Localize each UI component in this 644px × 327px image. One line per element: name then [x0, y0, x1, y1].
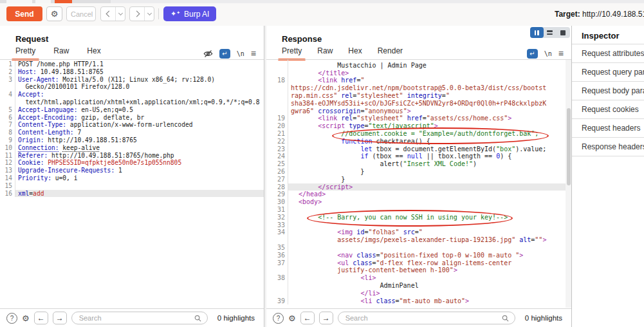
line-content: User-Agent: Mozilla/5.0 (X11; Linux x86_… — [15, 76, 264, 84]
tab-pretty[interactable]: Pretty — [15, 46, 35, 60]
code-line: 37 <ul class="d-flex flex-row align-item… — [266, 259, 571, 267]
search-settings-icon[interactable]: ⚙ — [22, 313, 30, 323]
line-content: <li> — [288, 274, 571, 282]
line-number: 30 — [266, 198, 288, 206]
single-pane-icon — [560, 30, 566, 35]
eye-off-icon[interactable] — [203, 50, 213, 58]
response-tabs: PrettyRawHexRender — [282, 46, 403, 60]
code-line: 23 let tbox = document.getElementById("b… — [266, 145, 571, 153]
scrollbar-thumb[interactable] — [567, 108, 571, 185]
tab-raw[interactable]: Raw — [53, 46, 69, 60]
tab-render[interactable]: Render — [378, 46, 403, 60]
response-title: Response — [282, 34, 322, 44]
search-previous-button[interactable]: ← — [300, 312, 315, 324]
search-next-button[interactable]: → — [53, 312, 67, 324]
code-line: 2Host: 10.49.188.51:8765 — [0, 68, 264, 76]
code-line: 20 <script type="text/javascript"> — [266, 122, 571, 130]
line-number: 21 — [266, 130, 288, 138]
next-request-dropdown[interactable] — [144, 7, 154, 21]
code-line: AdminPanel — [266, 282, 571, 290]
code-line: justify-content-between h-100"> — [266, 266, 571, 274]
code-line: 22 function checktarea() { — [266, 138, 571, 145]
code-line: 8Content-Length: 7 — [0, 129, 264, 136]
line-number: 36 — [266, 252, 288, 259]
help-icon[interactable]: ? — [273, 313, 284, 324]
inspector-section-request-body-parameters[interactable]: Request body parameters — [572, 82, 644, 100]
tab-hex[interactable]: Hex — [87, 46, 100, 60]
newline-visibility-icon[interactable]: \n — [237, 50, 244, 57]
layout-single-button[interactable] — [557, 27, 570, 38]
line-content — [288, 244, 571, 252]
search-settings-icon[interactable]: ⚙ — [288, 313, 296, 323]
line-number: 3 — [0, 76, 15, 84]
code-line: 7Content-Type: application/x-www-form-ur… — [0, 121, 264, 129]
code-line: </title> — [266, 70, 571, 77]
code-line: 35 — [266, 244, 571, 252]
line-number: 33 — [266, 221, 288, 229]
line-number — [266, 100, 288, 107]
send-settings-button[interactable]: ⚙ — [46, 6, 62, 21]
line-number: 27 — [266, 176, 288, 183]
inspector-section-request-attributes[interactable]: Request attributes — [572, 44, 644, 63]
line-number: 23 — [266, 145, 288, 153]
inspector-section-request-query-parameters[interactable]: Request query parameters — [572, 63, 644, 82]
burp-ai-button[interactable]: ✦✦ Burp AI — [163, 6, 216, 21]
line-number: 38 — [266, 274, 288, 282]
line-content: <img id="folhas" src=" — [288, 229, 571, 236]
next-request-button[interactable] — [130, 7, 144, 21]
word-wrap-icon[interactable]: ↵ — [527, 49, 538, 59]
layout-toggle-group — [530, 27, 570, 38]
panel-menu-icon[interactable]: ≡ — [558, 48, 564, 59]
search-input[interactable] — [78, 313, 194, 322]
tab-pretty[interactable]: Pretty — [282, 46, 302, 60]
cancel-button[interactable]: Cancel — [66, 6, 96, 21]
help-icon[interactable]: ? — [6, 313, 17, 324]
code-line: 14Priority: u=0, i — [0, 174, 264, 182]
tab-raw[interactable]: Raw — [317, 46, 333, 60]
code-line: 12Cookie: PHPSESSID=qfpktje8e50n0e7s1p05… — [0, 159, 264, 167]
inspector-section-response-headers[interactable]: Response headers — [572, 138, 644, 156]
line-number: 28 — [266, 183, 288, 191]
columns-icon — [537, 30, 539, 35]
response-scrollbar[interactable] — [566, 60, 571, 308]
search-previous-button[interactable]: ← — [34, 312, 48, 324]
code-line: 5Accept-Language: en-US,en;q=0.5 — [0, 106, 264, 114]
code-line: 31 — [266, 206, 571, 214]
line-number: 14 — [0, 174, 15, 182]
columns-icon — [535, 30, 537, 35]
inspector-section-request-headers[interactable]: Request headers — [572, 119, 644, 138]
previous-request-button[interactable] — [101, 7, 115, 21]
highlight-count: 0 highlights — [525, 314, 562, 322]
line-number — [266, 290, 288, 297]
line-number: 13 — [0, 167, 15, 174]
code-line: 19 <link rel="stylesheet" href="assets/c… — [266, 115, 571, 122]
chevron-down-icon — [118, 11, 122, 15]
line-number: 25 — [266, 160, 288, 168]
code-line: text/html,application/xhtml+xml,applicat… — [0, 98, 264, 106]
send-button[interactable]: Send — [6, 6, 42, 21]
code-line: 25 alert("Insert XML Code!") — [266, 160, 571, 168]
line-number — [266, 266, 288, 274]
line-number: 39 — [266, 297, 288, 305]
line-number: 12 — [0, 159, 15, 167]
layout-rows-button[interactable] — [544, 27, 557, 38]
code-line: 16xml=add — [0, 190, 264, 198]
line-number: 5 — [0, 106, 15, 114]
search-next-button[interactable]: → — [319, 312, 333, 324]
previous-request-dropdown[interactable] — [115, 7, 125, 21]
word-wrap-icon[interactable]: ↵ — [219, 49, 230, 59]
code-line: 33 — [266, 221, 571, 229]
inspector-section-request-cookies[interactable]: Request cookies — [572, 100, 644, 119]
request-editor[interactable]: 1POST /home.php HTTP/1.12Host: 10.49.188… — [0, 60, 264, 308]
line-content: function checktarea() { — [288, 138, 571, 145]
search-icon — [194, 315, 201, 322]
tab-hex[interactable]: Hex — [348, 46, 362, 60]
panel-menu-icon[interactable]: ≡ — [251, 48, 256, 59]
code-line: 11Referer: http://10.49.188.51:8765/home… — [0, 152, 264, 160]
search-input[interactable] — [344, 313, 502, 322]
response-view-icons: ↵ \n ≡ — [527, 48, 564, 59]
line-number: 19 — [266, 115, 288, 122]
layout-columns-button[interactable] — [530, 27, 544, 38]
newline-visibility-icon[interactable]: \n — [544, 50, 552, 57]
response-editor[interactable]: <title> Mustacchio | Admin Page </title>… — [266, 60, 571, 308]
